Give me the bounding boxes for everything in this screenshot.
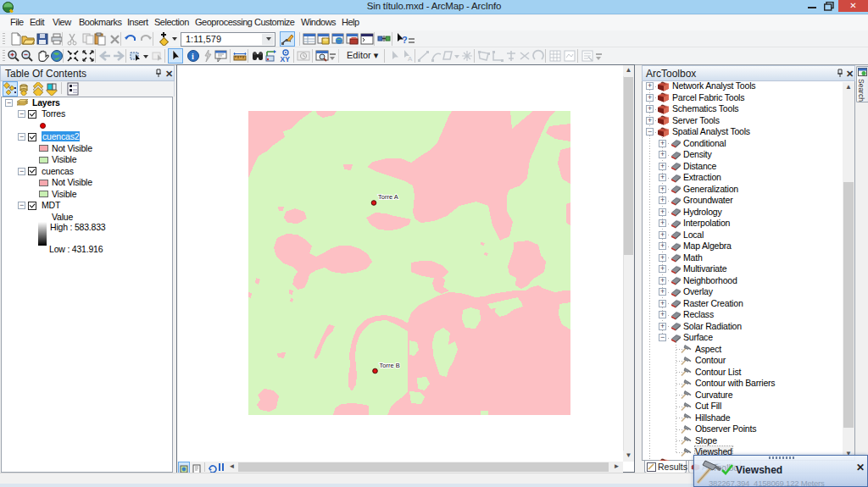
svg-text:XY: XY [281, 55, 291, 64]
svg-text:Torre B: Torre B [380, 362, 400, 369]
svg-text:A: A [408, 55, 413, 63]
svg-text:?: ? [402, 35, 408, 45]
svg-text:Torre A: Torre A [378, 193, 398, 201]
svg-text:i: i [192, 52, 194, 61]
